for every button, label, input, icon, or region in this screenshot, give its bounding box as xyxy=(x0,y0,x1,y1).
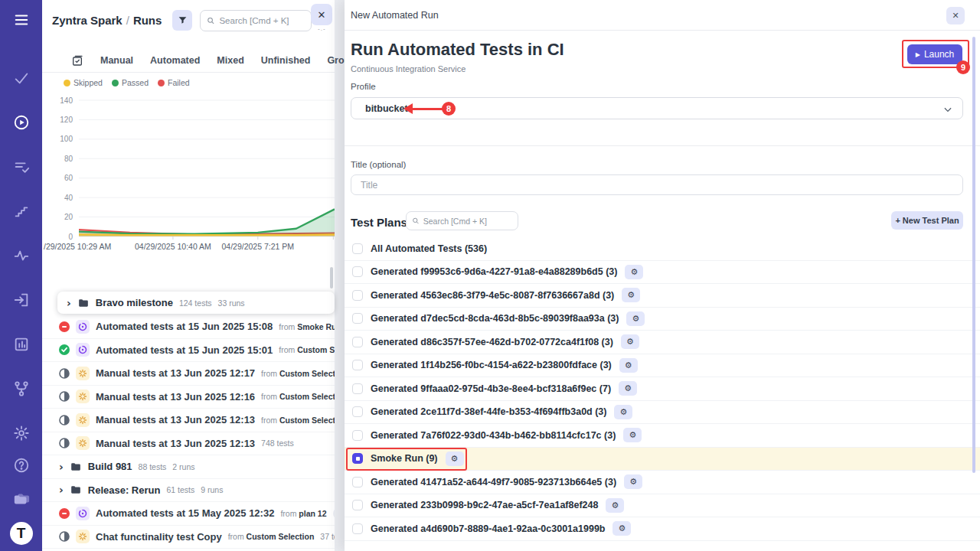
test-plan-settings-button[interactable]: ⚙ xyxy=(619,381,637,396)
select-runs-icon[interactable] xyxy=(71,54,83,67)
runs-list-scrollbar[interactable] xyxy=(330,267,333,289)
help-button-help-icon[interactable] xyxy=(11,455,32,476)
projects-button-folders-icon[interactable] xyxy=(11,488,32,510)
test-plan-settings-button[interactable]: ⚙ xyxy=(626,311,645,326)
tab-manual[interactable]: Manual xyxy=(100,55,133,66)
automated-run-icon xyxy=(76,320,90,334)
test-plan-checkbox[interactable] xyxy=(352,500,363,510)
tab-unfinished[interactable]: Unfinished xyxy=(261,55,311,66)
folder-row[interactable]: ›Build 98188 tests2 runs xyxy=(42,455,335,479)
run-row[interactable]: Automated tests at 15 May 2025 12:32from… xyxy=(42,502,335,526)
test-plan-settings-button[interactable]: ⚙ xyxy=(612,521,631,536)
test-plan-settings-button[interactable]: ⚙ xyxy=(624,474,642,489)
gear-icon: ⚙ xyxy=(624,384,632,393)
run-row[interactable]: Chat functinality test Copyfrom Custom S… xyxy=(42,526,335,549)
gear-icon: ⚙ xyxy=(629,478,637,486)
test-plan-settings-button[interactable]: ⚙ xyxy=(623,428,642,442)
nav-branches-fork-icon[interactable] xyxy=(11,378,32,399)
run-title: Chat functinality test Copy xyxy=(96,531,222,543)
nav-analytics-bar-chart-icon[interactable] xyxy=(11,334,32,355)
test-plan-checkbox[interactable] xyxy=(352,406,363,417)
nav-runs-play-circle-icon[interactable] xyxy=(11,112,32,133)
automated-run-icon xyxy=(76,507,90,520)
legend-failed[interactable]: Failed xyxy=(158,78,190,87)
nav-milestones-steps-icon[interactable] xyxy=(11,201,32,222)
test-plan-checkbox[interactable] xyxy=(352,360,363,370)
chevron-right-icon[interactable]: › xyxy=(67,298,71,308)
gear-icon: ⚙ xyxy=(627,291,635,299)
nav-import-import-icon[interactable] xyxy=(11,289,32,311)
test-plan-checkbox[interactable] xyxy=(352,243,363,254)
test-plan-checkbox[interactable] xyxy=(352,383,363,394)
test-plan-settings-button[interactable]: ⚙ xyxy=(606,498,624,513)
test-plan-settings-button[interactable]: ⚙ xyxy=(622,288,640,302)
test-plan-row[interactable]: Generated d86c357f-57ee-462d-b702-0772ca… xyxy=(345,331,980,354)
title-label: Title (optional) xyxy=(351,160,406,169)
drawer-close-button[interactable]: ✕ xyxy=(946,7,965,24)
test-plan-row[interactable]: Generated f99953c6-9d6a-4227-91a8-e4a882… xyxy=(345,261,980,285)
test-plan-settings-button[interactable]: ⚙ xyxy=(619,358,638,373)
test-plan-settings-button[interactable]: ⚙ xyxy=(614,405,632,419)
run-row[interactable]: Manual tests at 13 Jun 2025 12:13from Cu… xyxy=(42,409,335,432)
runs-search-input[interactable] xyxy=(219,16,305,25)
legend-skipped[interactable]: Skipped xyxy=(64,78,103,87)
folder-row[interactable]: ›Release: Rerun61 tests9 runs xyxy=(42,479,335,503)
drawer-title: New Automated Run xyxy=(351,10,439,21)
folder-row[interactable]: ›Bravo milestone124 tests33 runs xyxy=(57,292,335,314)
run-row[interactable]: Manual tests at 13 Jun 2025 12:17from Cu… xyxy=(42,362,335,386)
test-plan-checkbox[interactable] xyxy=(352,313,363,324)
run-row[interactable]: Manual tests at 13 Jun 2025 12:13748 tes… xyxy=(42,432,335,456)
launch-button[interactable]: ▶ Launch xyxy=(907,44,962,64)
nav-tests-check-icon[interactable] xyxy=(11,67,32,89)
filter-button[interactable] xyxy=(172,10,192,31)
chevron-right-icon[interactable]: › xyxy=(59,461,64,472)
drawer-scrollbar[interactable] xyxy=(972,37,975,473)
app-logo[interactable]: T xyxy=(10,522,33,545)
legend-dot-icon xyxy=(64,80,70,86)
run-row[interactable]: Automated tests at 15 Jun 2025 15:08from… xyxy=(42,315,335,339)
run-row[interactable]: Automated tests at 15 Jun 2025 15:01from… xyxy=(42,339,335,363)
test-plan-row[interactable]: Generated d7dec5cd-8cda-463d-8b5c-89039f… xyxy=(345,308,980,331)
test-plan-settings-button[interactable]: ⚙ xyxy=(625,265,643,279)
test-plans-search-input[interactable] xyxy=(423,217,512,226)
test-plan-row[interactable]: Generated 9ffaaa02-975d-4b3e-8ee4-bcf318… xyxy=(345,377,980,401)
test-plan-checkbox[interactable] xyxy=(352,477,363,487)
tab-automated[interactable]: Automated xyxy=(150,55,200,66)
test-plan-checkbox[interactable] xyxy=(352,290,363,301)
test-plan-row[interactable]: Smoke Run (9)⚙ xyxy=(345,448,980,471)
test-plan-row[interactable]: Generated 41471a52-a644-49f7-9085-923713… xyxy=(345,471,980,494)
nav-settings-gear-icon[interactable] xyxy=(11,422,32,444)
runs-panel-close-button[interactable]: ✕ xyxy=(311,4,332,25)
test-plan-checkbox[interactable] xyxy=(352,337,363,347)
test-plan-checkbox[interactable] xyxy=(352,523,363,534)
test-plan-settings-button[interactable]: ⚙ xyxy=(621,334,639,349)
test-plan-row[interactable]: Generated 1f14b256-f0bc-4154-a622-b23800… xyxy=(345,354,980,378)
title-input[interactable] xyxy=(351,174,963,195)
run-config-badge[interactable]: ⚙test xyxy=(333,507,335,520)
run-row[interactable]: Manual tests at 13 Jun 2025 12:16from Cu… xyxy=(42,386,335,409)
test-plan-row[interactable]: Generated 233b0998-b9c2-47ae-a5cf-7ea1af… xyxy=(345,494,980,518)
new-test-plan-button[interactable]: + New Test Plan xyxy=(891,211,963,230)
test-plan-row[interactable]: Generated a4d690b7-8889-4ae1-92aa-0c3001… xyxy=(345,517,980,541)
test-plan-checkbox[interactable] xyxy=(352,430,363,441)
test-plan-row[interactable]: All Automated Tests (536) xyxy=(345,237,980,261)
menu-button[interactable] xyxy=(11,9,32,31)
nav-test-plans-list-check-icon[interactable] xyxy=(11,156,32,178)
profile-select[interactable]: bitbucket xyxy=(351,97,963,119)
chevron-right-icon[interactable]: › xyxy=(59,484,64,495)
breadcrumb-project[interactable]: Zyntra Spark xyxy=(52,14,122,27)
test-plan-row[interactable]: Generated 2ce11f7d-38ef-44fe-b353-4f694f… xyxy=(345,401,980,425)
test-plan-row[interactable]: Generated 4563ec86-3f79-4e5c-8087-8f7636… xyxy=(345,284,980,308)
nav-pulse-pulse-icon[interactable] xyxy=(11,245,32,266)
test-plan-checkbox[interactable] xyxy=(352,266,363,277)
test-plan-row[interactable]: Generated 7a76f022-93d0-434b-b462-bb8114… xyxy=(345,424,980,448)
test-plan-checkbox[interactable] xyxy=(352,453,363,464)
search-icon xyxy=(207,16,214,25)
svg-text:80: 80 xyxy=(64,155,74,163)
run-title: Automated tests at 15 May 2025 12:32 xyxy=(96,507,274,519)
tab-mixed[interactable]: Mixed xyxy=(217,55,243,66)
run-title: Manual tests at 13 Jun 2025 12:16 xyxy=(96,391,255,403)
legend-label: Passed xyxy=(122,78,149,87)
legend-passed[interactable]: Passed xyxy=(112,78,149,87)
test-plan-settings-button[interactable]: ⚙ xyxy=(446,452,464,466)
